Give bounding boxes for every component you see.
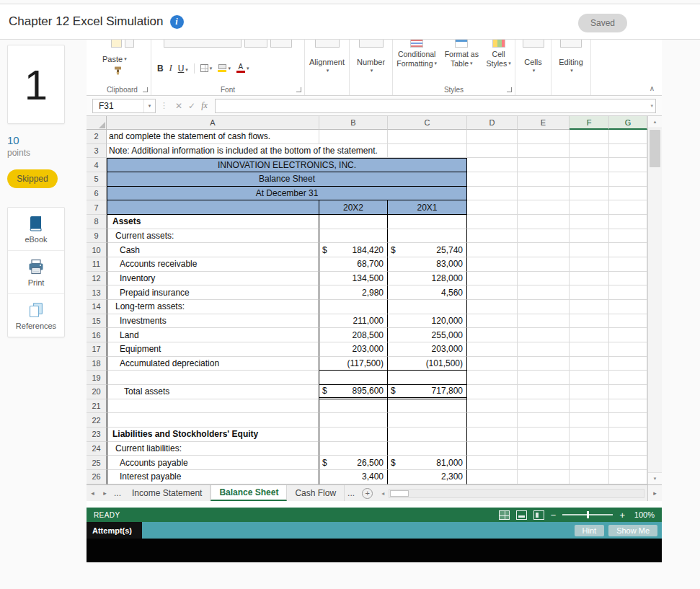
sheet-tab-income-statement[interactable]: Income Statement — [124, 485, 211, 501]
cell-C2[interactable] — [388, 130, 467, 144]
cell-G4[interactable] — [609, 158, 647, 172]
cell-B9[interactable] — [319, 229, 388, 244]
cell-A2[interactable]: and complete the statement of cash flows… — [107, 130, 319, 144]
font-size-box[interactable] — [244, 40, 267, 48]
cell-G13[interactable] — [609, 285, 647, 300]
clipboard-dialog-launcher-icon[interactable] — [143, 87, 148, 92]
cell-B17[interactable]: 203,000 — [319, 342, 388, 357]
normal-view-icon[interactable] — [499, 510, 510, 520]
row-number-8[interactable]: 8 — [87, 215, 107, 229]
cell-F19[interactable] — [570, 371, 609, 385]
cell-E7[interactable] — [518, 200, 570, 215]
row-number-2[interactable]: 2 — [87, 130, 107, 144]
column-header-G[interactable]: G — [609, 116, 647, 130]
cell-A21[interactable] — [107, 399, 319, 414]
cell-A22[interactable] — [107, 413, 319, 428]
cell-C15[interactable]: 120,000 — [388, 314, 467, 329]
cell-F14[interactable] — [570, 300, 609, 314]
cell-C21[interactable] — [388, 399, 467, 414]
cell-G6[interactable] — [609, 187, 647, 201]
cell-F6[interactable] — [570, 187, 609, 201]
row-number-14[interactable]: 14 — [87, 300, 107, 314]
scroll-up-icon[interactable]: ▲ — [648, 116, 662, 128]
cell-F26[interactable] — [570, 470, 609, 484]
select-all-corner[interactable] — [87, 116, 107, 130]
cell-C16[interactable]: 255,000 — [388, 328, 467, 342]
cell-B25[interactable]: $26,500 — [319, 456, 388, 470]
cell-E14[interactable] — [518, 300, 570, 314]
zoom-slider-thumb[interactable] — [587, 511, 589, 518]
font-dialog-launcher-icon[interactable] — [296, 87, 301, 92]
cells-group-button[interactable]: Cells ▾ — [515, 40, 551, 95]
cell-G2[interactable] — [609, 130, 647, 144]
cell-D25[interactable] — [467, 456, 518, 470]
cell-E13[interactable] — [518, 285, 570, 300]
cell-E11[interactable] — [518, 257, 570, 272]
cell-B16[interactable]: 208,500 — [319, 328, 388, 342]
sheet-tab-cash-flow[interactable]: Cash Flow — [287, 485, 345, 501]
cell-G18[interactable] — [609, 357, 647, 371]
row-number-26[interactable]: 26 — [87, 470, 107, 484]
scroll-down-icon[interactable]: ▼ — [648, 472, 662, 484]
cell-D16[interactable] — [467, 328, 518, 342]
cell-E17[interactable] — [518, 342, 570, 357]
row-number-23[interactable]: 23 — [87, 428, 107, 442]
page-layout-view-icon[interactable] — [516, 510, 527, 520]
row-number-15[interactable]: 15 — [87, 314, 107, 329]
cell-E10[interactable] — [518, 243, 570, 257]
cell-F8[interactable] — [570, 215, 609, 229]
column-header-C[interactable]: C — [388, 116, 467, 130]
sheet-nav-right-icon[interactable]: ▸ — [99, 485, 111, 501]
cell-G15[interactable] — [609, 314, 647, 329]
cell-D10[interactable] — [467, 243, 518, 257]
cell-E19[interactable] — [518, 371, 570, 385]
formula-expand-icon[interactable]: ▾ — [650, 103, 653, 109]
row-number-18[interactable]: 18 — [87, 357, 107, 371]
cell-F24[interactable] — [570, 442, 609, 456]
formula-input[interactable]: ▾ — [215, 99, 656, 113]
row-number-16[interactable]: 16 — [87, 328, 107, 342]
zoom-level[interactable]: 100% — [632, 510, 655, 519]
fill-color-icon[interactable]: ▾ — [218, 64, 231, 72]
cell-D20[interactable] — [467, 385, 518, 399]
column-header-D[interactable]: D — [467, 116, 518, 130]
cell-F12[interactable] — [570, 272, 609, 286]
cell-C10[interactable]: $25,740 — [388, 243, 467, 257]
cell-B2[interactable] — [319, 130, 388, 144]
cell-C20[interactable]: $717,800 — [388, 385, 467, 399]
cell-E20[interactable] — [518, 385, 570, 399]
column-header-F[interactable]: F — [570, 116, 609, 130]
bold-button[interactable]: B — [157, 63, 164, 74]
cell-D3[interactable] — [467, 144, 518, 159]
vscroll-thumb[interactable] — [650, 130, 660, 167]
cell-A26[interactable]: Interest payable — [107, 470, 319, 484]
format-as-table-button[interactable]: Format as Table▾ — [445, 40, 479, 68]
cell-D11[interactable] — [467, 257, 518, 272]
cell-G3[interactable] — [609, 144, 647, 159]
cell-A23[interactable]: Liabilities and Stockholders' Equity — [107, 428, 319, 442]
row-number-12[interactable]: 12 — [87, 272, 107, 286]
cell-G24[interactable] — [609, 442, 647, 456]
cell-D18[interactable] — [467, 357, 518, 371]
styles-dialog-launcher-icon[interactable] — [507, 87, 512, 92]
cell-A25[interactable]: Accounts payable — [107, 456, 319, 470]
cell-B10[interactable]: $184,420 — [319, 243, 388, 257]
row-number-17[interactable]: 17 — [87, 342, 107, 357]
cell-A8[interactable]: Assets — [107, 215, 319, 229]
cell-E6[interactable] — [518, 187, 570, 201]
cell-E22[interactable] — [518, 413, 570, 428]
cell-E24[interactable] — [518, 442, 570, 456]
cell-F10[interactable] — [570, 243, 609, 257]
cell-C13[interactable]: 4,560 — [388, 285, 467, 300]
cell-A17[interactable]: Equipment — [107, 342, 319, 357]
cell-C11[interactable]: 83,000 — [388, 257, 467, 272]
cell-G5[interactable] — [609, 172, 647, 187]
cell-B12[interactable]: 134,500 — [319, 272, 388, 286]
vertical-scrollbar[interactable]: ▲ ▼ — [647, 116, 662, 484]
row-number-22[interactable]: 22 — [87, 413, 107, 428]
cell-E8[interactable] — [518, 215, 570, 229]
paste-button[interactable]: Paste ▾ — [102, 55, 127, 63]
cell-D6[interactable] — [467, 187, 518, 201]
cell-E2[interactable] — [518, 130, 570, 144]
number-group-button[interactable]: Number ▾ — [350, 40, 393, 95]
